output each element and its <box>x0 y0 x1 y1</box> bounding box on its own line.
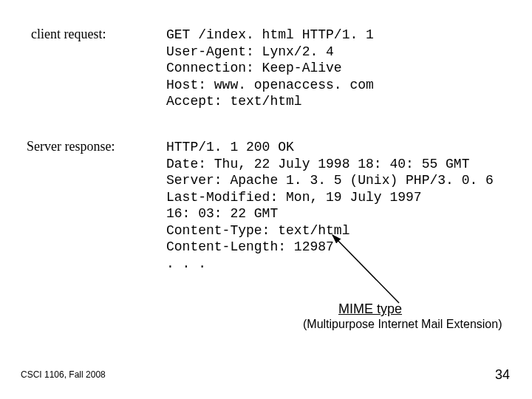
slide: client request: GET /index. html HTTP/1.… <box>0 0 532 399</box>
mime-type-heading: MIME type <box>338 301 402 317</box>
response-line: HTTP/1. 1 200 OK <box>166 140 294 154</box>
response-line: 16: 03: 22 GMT <box>166 206 278 221</box>
response-line: . . . <box>166 256 206 271</box>
server-response-code: HTTP/1. 1 200 OK Date: Thu, 22 July 1998… <box>166 139 494 272</box>
response-line: Content-Type: text/html <box>166 223 349 238</box>
request-line: Host: www. openaccess. com <box>166 78 374 92</box>
footer-page-number: 34 <box>495 367 510 383</box>
request-line: Connection: Keep-Alive <box>166 61 342 75</box>
client-request-code: GET /index. html HTTP/1. 1 User-Agent: L… <box>166 27 374 110</box>
request-line: Accept: text/html <box>166 94 302 109</box>
mime-type-subtitle: (Multipurpose Internet Mail Extension) <box>303 318 502 331</box>
footer-course: CSCI 1106, Fall 2008 <box>21 369 106 380</box>
response-line: Last-Modified: Mon, 19 July 1997 <box>166 190 422 205</box>
server-response-label: Server response: <box>27 139 115 154</box>
response-line: Content-Length: 12987 <box>166 239 334 254</box>
client-request-label: client request: <box>31 27 106 42</box>
request-line: GET /index. html HTTP/1. 1 <box>166 27 374 42</box>
response-line: Date: Thu, 22 July 1998 18: 40: 55 GMT <box>166 157 469 171</box>
response-line: Server: Apache 1. 3. 5 (Unix) PHP/3. 0. … <box>166 173 494 188</box>
request-line: User-Agent: Lynx/2. 4 <box>166 44 334 59</box>
